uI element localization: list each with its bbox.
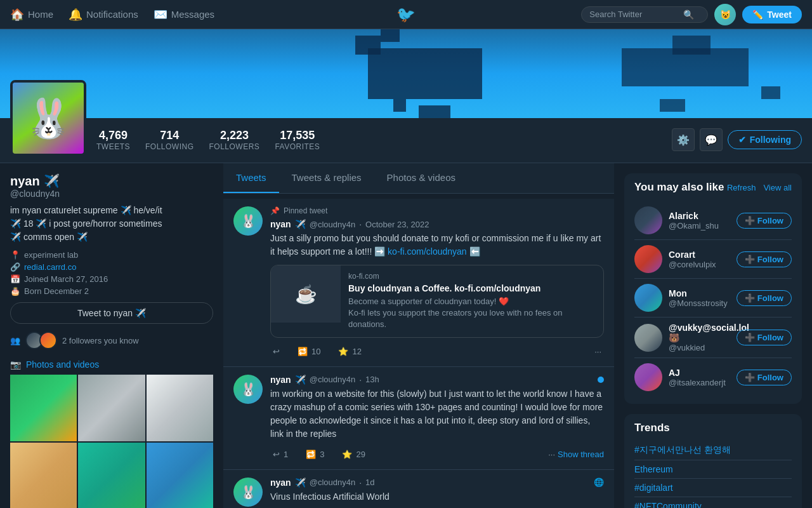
trend-item-3[interactable]: #NFTCommunity <box>634 497 792 508</box>
link-desc: Become a supporter of cloudnyan today! ❤… <box>348 296 596 331</box>
tweet-header-2: nyan ✈️ @cloudny4n · 13h <box>270 375 604 385</box>
tweets-count: 4,769 <box>99 129 128 142</box>
retweet-action[interactable]: 🔁 10 <box>295 344 323 359</box>
link-icon: 🔗 <box>10 262 20 272</box>
follower-avatar-2 <box>39 331 57 349</box>
website-link[interactable]: redial.carrd.co <box>24 262 76 272</box>
trend-item-0[interactable]: #지구에서만나선 환영해 <box>634 441 792 460</box>
tweet-button[interactable]: ✏️ Tweet <box>742 6 802 23</box>
tab-photos-videos[interactable]: Photos & videos <box>374 163 468 193</box>
following-label: Following <box>750 135 791 145</box>
top-navigation: 🏠 Home 🔔 Notifications ✉️ Messages 🐦 🔍 😺… <box>0 0 812 29</box>
photos-videos-section: 📷 Photos and videos <box>10 359 213 508</box>
suggestion-avatar-4[interactable] <box>634 363 662 391</box>
tweet-time-3: 1d <box>365 478 374 487</box>
profile-tabs: Tweets Tweets & replies Photos & videos <box>223 163 614 194</box>
tweet-link[interactable]: ko-fi.com/cloudnyan <box>388 246 467 257</box>
photo-thumb-4[interactable] <box>10 443 77 508</box>
search-input[interactable] <box>589 10 678 19</box>
reply-action[interactable]: ↩ <box>270 344 282 359</box>
tweet-avatar-pinned[interactable]: 🐰 <box>233 206 263 236</box>
suggestion-avatar-0[interactable] <box>634 206 662 234</box>
followers-know-text: 2 followers you know <box>62 336 139 345</box>
retweet-action-2[interactable]: 🔁 3 <box>303 447 327 462</box>
followers-you-know[interactable]: 👥 2 followers you know <box>10 331 213 349</box>
reply-count-2: 1 <box>284 450 288 459</box>
tweet-time: October 23, 2022 <box>365 220 429 229</box>
messages-nav-item[interactable]: ✉️ Messages <box>154 8 214 22</box>
follow-button-1[interactable]: ➕ Follow <box>737 251 792 267</box>
photo-thumb-3[interactable] <box>147 375 213 441</box>
stat-tweets[interactable]: 4,769 TWEETS <box>96 129 130 151</box>
profile-header: 🐰 4,769 TWEETS 714 FOLLOWING 2,223 FOLLO… <box>10 80 802 163</box>
tweet-avatar-3[interactable]: 🐰 <box>233 478 263 507</box>
calendar-icon: 📅 <box>10 274 20 284</box>
photo-thumb-6[interactable] <box>147 443 213 508</box>
profile-avatar[interactable]: 🐰 <box>10 80 86 156</box>
suggestion-avatar-1[interactable] <box>634 245 662 273</box>
photo-thumb-1[interactable] <box>10 375 77 441</box>
search-box[interactable]: 🔍 <box>581 6 708 23</box>
view-all-link[interactable]: View all <box>763 183 792 192</box>
tweet-3: 🐰 nyan ✈️ @cloudny4n · 1d 🌐 Virus Infect… <box>223 470 614 508</box>
more-action-2[interactable]: ··· <box>546 447 558 462</box>
more-action[interactable]: ··· <box>592 344 604 359</box>
following-icon: ✔ <box>738 135 746 145</box>
trend-item-1[interactable]: Ethereum <box>634 460 792 479</box>
tweet-verified-2: ✈️ <box>295 375 306 385</box>
message-button[interactable]: 💬 <box>700 128 723 151</box>
notifications-nav-item[interactable]: 🔔 Notifications <box>69 8 138 22</box>
tweet-author[interactable]: nyan <box>270 219 291 229</box>
tweet-author-2[interactable]: nyan <box>270 375 291 385</box>
show-thread-link[interactable]: Show thread <box>558 450 604 459</box>
tweet-handle-3[interactable]: @cloudny4n <box>310 478 355 487</box>
suggestion-name-text-0: Alarick <box>669 211 698 221</box>
stat-followers[interactable]: 2,223 FOLLOWERS <box>209 129 260 151</box>
follow-button-3[interactable]: ➕ Follow <box>737 330 792 345</box>
people-icon: 👥 <box>10 336 20 345</box>
meta-website[interactable]: 🔗 redial.carrd.co <box>10 262 213 272</box>
user-avatar-nav[interactable]: 😺 <box>714 4 736 25</box>
tweet-avatar-2[interactable]: 🐰 <box>233 375 263 404</box>
refresh-link[interactable]: Refresh <box>727 183 756 192</box>
tweet-handle[interactable]: @cloudny4n <box>310 220 355 229</box>
tab-tweets-replies[interactable]: Tweets & replies <box>279 163 374 193</box>
tweets-label: TWEETS <box>96 142 130 151</box>
stat-favorites[interactable]: 17,535 FAVORITES <box>275 129 320 151</box>
reply-action-2[interactable]: ↩ 1 <box>270 447 291 462</box>
search-icon[interactable]: 🔍 <box>683 10 694 20</box>
follow-button-0[interactable]: ➕ Follow <box>737 213 792 229</box>
home-nav-item[interactable]: 🏠 Home <box>10 8 53 22</box>
following-button[interactable]: ✔ Following <box>728 130 802 149</box>
tweet-button-label: Tweet <box>767 10 792 20</box>
suggestion-avatar-2[interactable] <box>634 284 662 312</box>
tweet-header-pinned: nyan ✈️ @cloudny4n · October 23, 2022 <box>270 219 604 229</box>
tab-tweets[interactable]: Tweets <box>223 163 279 193</box>
follow-button-2[interactable]: ➕ Follow <box>737 290 792 306</box>
follow-icon-1: ➕ <box>745 255 755 264</box>
trend-item-2[interactable]: #digitalart <box>634 479 792 497</box>
tweet-body-2: nyan ✈️ @cloudny4n · 13h im working on a… <box>270 375 604 462</box>
follow-button-4[interactable]: ➕ Follow <box>737 370 792 385</box>
photo-thumb-5[interactable] <box>78 443 145 508</box>
suggestion-handle-3: @vukkied <box>669 343 730 352</box>
tweet-handle-2[interactable]: @cloudny4n <box>310 375 355 384</box>
link-card-image: ☕ <box>271 265 341 323</box>
more-icon: ··· <box>594 347 601 356</box>
like-action[interactable]: ⭐ 12 <box>336 344 363 359</box>
tweet-to-button[interactable]: Tweet to nyan ✈️ <box>10 302 213 324</box>
stat-following[interactable]: 714 FOLLOWING <box>145 129 194 151</box>
suggestion-name-text-2: Mon <box>669 288 687 298</box>
link-preview-card[interactable]: ☕ ko-fi.com Buy cloudnyan a Coffee. ko-f… <box>270 265 604 338</box>
tweet-author-3[interactable]: nyan <box>270 478 291 488</box>
like-action-2[interactable]: ⭐ 29 <box>339 447 367 462</box>
meta-birthday: 🎂 Born December 2 <box>10 286 213 296</box>
meta-joined: 📅 Joined March 27, 2016 <box>10 274 213 284</box>
follow-label-3: Follow <box>757 333 783 342</box>
settings-button[interactable]: ⚙️ <box>672 128 695 151</box>
trend-tag-0: #지구에서만나선 환영해 <box>634 444 792 456</box>
suggestion-avatar-3[interactable] <box>634 324 662 352</box>
profile-actions: ⚙️ 💬 ✔ Following <box>672 128 802 156</box>
suggestion-name-4: AJ <box>669 368 730 378</box>
photo-thumb-2[interactable] <box>78 375 145 441</box>
